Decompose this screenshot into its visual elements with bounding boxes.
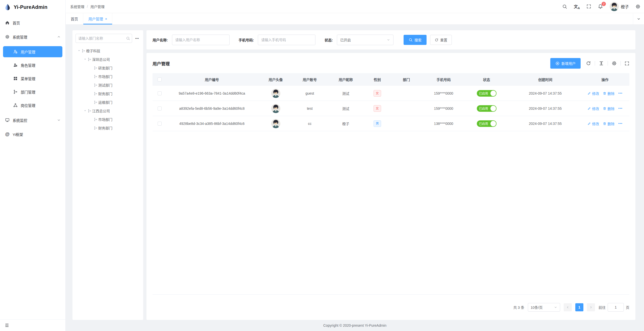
caret-down-icon[interactable]	[83, 58, 88, 61]
delete-button[interactable]: 删除	[603, 91, 614, 96]
caret-down-icon[interactable]	[83, 109, 88, 112]
more-actions-button[interactable]: •••	[618, 122, 623, 125]
sidebar-item-user-management[interactable]: 用户管理	[3, 46, 62, 57]
tab-home[interactable]: 首页	[66, 13, 83, 24]
tab-user-management[interactable]: 用户管理 ×	[83, 13, 112, 24]
prev-page-button[interactable]	[564, 303, 572, 311]
goto-page-input[interactable]	[608, 303, 624, 312]
footer: Copyright © 2020-present Yi-PureAdmin	[66, 320, 644, 331]
select-all-checkbox[interactable]	[158, 77, 162, 81]
pagination: 共 3 条 10条/页 1 前往 页	[146, 295, 635, 320]
delete-button[interactable]: 删除	[603, 121, 614, 126]
pagination-goto: 前往 页	[599, 303, 629, 312]
sidebar-footer	[0, 319, 65, 331]
more-actions-button[interactable]: •••	[618, 91, 623, 95]
search-icon	[126, 36, 130, 40]
main-area: 系统管理 / 用户管理 文A 7	[66, 0, 644, 331]
breadcrumb-separator: /	[87, 5, 88, 9]
notification-badge: 7	[601, 2, 606, 6]
user-avatar	[271, 89, 280, 98]
status-toggle[interactable]: 已启用	[477, 105, 497, 112]
edit-button[interactable]: 修改	[587, 106, 599, 111]
sidebar-item-system-monitor[interactable]: 系统监控	[0, 113, 65, 127]
sidebar-item-dept-management[interactable]: 部门管理	[3, 86, 62, 97]
trash-icon	[603, 122, 606, 125]
sidebar-item-post-management[interactable]: 岗位管理	[3, 100, 62, 111]
tree-node[interactable]: 橙子科技	[76, 46, 140, 55]
search-icon	[562, 4, 567, 9]
more-actions-button[interactable]: •••	[618, 106, 623, 110]
status-select[interactable]: 已开启	[337, 35, 393, 45]
delete-button[interactable]: 删除	[603, 106, 614, 111]
add-user-button[interactable]: 新增用户	[550, 58, 581, 69]
column-settings-icon[interactable]	[612, 61, 617, 66]
sidebar-item-framework[interactable]: @ Yi框架	[0, 127, 65, 141]
user-phone: 159****0000	[424, 91, 463, 95]
branch-icon	[13, 90, 18, 94]
language-button[interactable]: 文A	[574, 3, 580, 10]
tree-node-label: 江西总公司	[92, 108, 110, 113]
tree-more-button[interactable]: ⋮	[134, 35, 140, 42]
column-header: 操作	[581, 77, 629, 82]
chevron-down-icon	[57, 118, 61, 122]
tree-node-label: 财务部门	[98, 125, 112, 130]
dept-search-input[interactable]	[76, 34, 132, 43]
phone-filter-input[interactable]	[258, 35, 315, 45]
created-time: 2024-09-07 14:37:55	[510, 106, 581, 111]
sidebar-item-label: 首页	[13, 20, 20, 25]
sidebar-item-label: 系统管理	[13, 34, 27, 40]
page-size-value: 10条/页	[531, 305, 542, 310]
tree-node[interactable]: 运维部门	[76, 98, 140, 106]
tree-node[interactable]: 市场部门	[76, 72, 140, 81]
close-icon[interactable]: ×	[105, 17, 107, 21]
chevron-right-icon	[589, 306, 593, 309]
chevron-up-icon	[57, 35, 61, 39]
tree-node[interactable]: 江西总公司	[76, 106, 140, 115]
edit-button[interactable]: 修改	[587, 91, 599, 96]
sidebar-item-menu-management[interactable]: 菜单管理	[3, 73, 62, 84]
density-icon[interactable]	[599, 61, 604, 66]
tree-node[interactable]: 研发部门	[76, 64, 140, 72]
tree-node[interactable]: 市场部门	[76, 115, 140, 124]
status-toggle[interactable]: 已启用	[477, 120, 497, 127]
row-checkbox[interactable]	[158, 122, 162, 126]
fullscreen-icon[interactable]	[625, 61, 629, 66]
collapse-sidebar-icon[interactable]	[5, 323, 9, 328]
table-header-row: 用户编号 用户头像 用户账号 用户昵称 性别 部门 手机号码 状态 创建时间 操…	[153, 73, 629, 86]
notification-button[interactable]: 7	[598, 4, 603, 9]
next-page-button[interactable]	[587, 303, 595, 311]
settings-button[interactable]	[635, 4, 640, 9]
edit-button[interactable]: 修改	[587, 121, 599, 126]
role-icon	[13, 63, 18, 67]
fullscreen-icon	[586, 4, 591, 9]
tree-node[interactable]: 财务部门	[76, 124, 140, 132]
tab-label: 用户管理	[88, 16, 103, 21]
tree-node[interactable]: 测试部门	[76, 81, 140, 89]
sidebar-menu: 首页 系统管理 用户管理 角色管理 菜单管理 部门管理	[0, 14, 65, 319]
refresh-icon[interactable]	[586, 61, 591, 66]
search-button[interactable]	[562, 4, 567, 9]
page-number-button[interactable]: 1	[575, 303, 583, 311]
fullscreen-button[interactable]	[586, 4, 591, 9]
search-submit-button[interactable]: 搜索	[404, 35, 427, 45]
status-select-value: 已开启	[340, 37, 351, 42]
tree-node[interactable]: 深圳总公司	[76, 55, 140, 64]
filter-panel: 用户名称: 手机号码: 状态: 已开启 搜索	[146, 30, 635, 49]
user-menu[interactable]: 橙子	[610, 2, 629, 11]
page-size-select[interactable]: 10条/页	[528, 303, 560, 312]
tree-node[interactable]: 财务部门	[76, 89, 140, 98]
tab-options-button[interactable]	[633, 13, 644, 24]
row-checkbox[interactable]	[158, 106, 162, 111]
table-card-header: 用户管理 新增用户	[146, 53, 635, 73]
home-icon	[5, 20, 10, 25]
row-checkbox[interactable]	[158, 91, 162, 95]
name-filter-input[interactable]	[172, 35, 230, 45]
reset-button[interactable]: 重置	[430, 35, 452, 45]
sidebar-item-home[interactable]: 首页	[0, 16, 65, 30]
breadcrumb-item[interactable]: 系统管理	[70, 4, 84, 9]
sidebar-item-system-management[interactable]: 系统管理	[0, 30, 65, 44]
caret-down-icon[interactable]	[77, 49, 82, 52]
logo-row[interactable]: Yi-PureAdmin	[0, 0, 65, 14]
sidebar-item-role-management[interactable]: 角色管理	[3, 60, 62, 71]
status-toggle[interactable]: 已启用	[477, 90, 497, 97]
